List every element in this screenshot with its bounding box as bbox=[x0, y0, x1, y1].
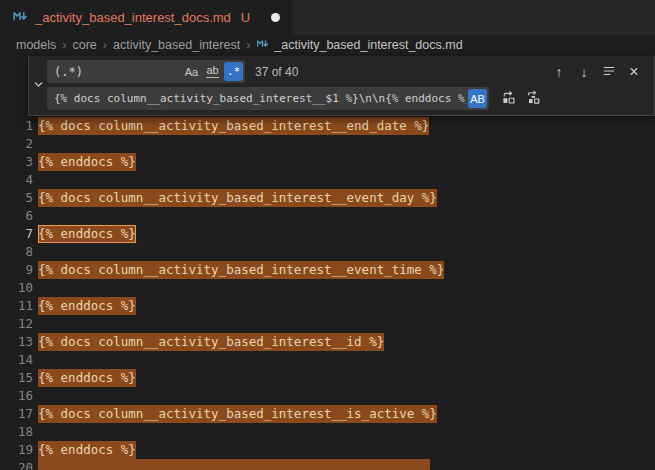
close-find-button[interactable]: × bbox=[623, 61, 645, 83]
selection-lines-icon bbox=[602, 64, 616, 80]
find-in-selection-button[interactable] bbox=[598, 61, 620, 83]
arrow-up-icon: ↑ bbox=[556, 65, 563, 79]
code-line[interactable]: 4 bbox=[0, 171, 655, 189]
code-line[interactable]: 12 bbox=[0, 315, 655, 333]
code-line[interactable]: 11{% enddocs %} bbox=[0, 297, 655, 315]
match-count: 37 of 40 bbox=[255, 65, 298, 79]
next-match-button[interactable]: ↓ bbox=[573, 61, 595, 83]
search-input[interactable]: Aa ab .* bbox=[47, 60, 245, 83]
breadcrumb-item-file[interactable]: _activity_based_interest_docs.md bbox=[256, 37, 462, 53]
line-number: 6 bbox=[0, 207, 33, 225]
find-match: {% docs column__activity_based_interest_… bbox=[38, 117, 429, 135]
markdown-icon bbox=[256, 37, 269, 53]
editor-lines: 1{% docs column__activity_based_interest… bbox=[0, 55, 655, 470]
line-number: 4 bbox=[0, 171, 33, 189]
replace-row: AB bbox=[47, 87, 648, 110]
markdown-icon bbox=[12, 8, 28, 28]
find-match: {% docs column__activity_based_interest_… bbox=[38, 333, 384, 351]
code-line-current[interactable]: 7{% enddocs %} bbox=[0, 225, 655, 243]
code-line[interactable]: 20 bbox=[0, 459, 655, 470]
line-number: 3 bbox=[0, 153, 33, 171]
breadcrumb-filename: _activity_based_interest_docs.md bbox=[274, 38, 462, 52]
line-number: 11 bbox=[0, 297, 33, 315]
code-line[interactable]: 6 bbox=[0, 207, 655, 225]
replace-input[interactable]: AB bbox=[47, 87, 489, 110]
find-match: {% docs column__activity_based_interest_… bbox=[38, 189, 437, 207]
line-number: 5 bbox=[0, 189, 33, 207]
whole-word-toggle[interactable]: ab bbox=[203, 62, 222, 81]
replace-all-icon bbox=[526, 90, 541, 107]
line-number: 1 bbox=[0, 117, 33, 135]
breadcrumb: models › core › activity_based_interest … bbox=[0, 35, 655, 55]
search-field[interactable] bbox=[54, 65, 180, 79]
code-line[interactable]: 14 bbox=[0, 351, 655, 369]
line-number: 2 bbox=[0, 135, 33, 153]
code-line[interactable]: 9{% docs column__activity_based_interest… bbox=[0, 261, 655, 279]
breadcrumb-separator: › bbox=[246, 38, 250, 52]
line-number: 7 bbox=[0, 225, 33, 243]
code-line[interactable]: 5{% docs column__activity_based_interest… bbox=[0, 189, 655, 207]
code-line[interactable]: 8 bbox=[0, 243, 655, 261]
replace-button[interactable] bbox=[497, 88, 519, 110]
breadcrumb-item-models[interactable]: models bbox=[16, 38, 56, 52]
preserve-case-toggle[interactable]: AB bbox=[468, 89, 487, 108]
code-line[interactable]: 17{% docs column__activity_based_interes… bbox=[0, 405, 655, 423]
chevron-down-icon bbox=[33, 76, 44, 94]
git-status-badge: U bbox=[241, 10, 250, 25]
line-number: 12 bbox=[0, 315, 33, 333]
code-line[interactable]: 15{% enddocs %} bbox=[0, 369, 655, 387]
breadcrumb-item-core[interactable]: core bbox=[72, 38, 96, 52]
unsaved-dot-icon[interactable] bbox=[271, 13, 280, 22]
find-match: {% enddocs %} bbox=[38, 441, 136, 459]
code-line[interactable]: 16 bbox=[0, 387, 655, 405]
arrow-down-icon: ↓ bbox=[581, 65, 588, 79]
find-match-current: {% enddocs %} bbox=[38, 225, 136, 243]
tab-bar: _activity_based_interest_docs.md U bbox=[0, 0, 655, 35]
breadcrumb-separator: › bbox=[62, 38, 66, 52]
breadcrumb-separator: › bbox=[103, 38, 107, 52]
editor-pane: 1{% docs column__activity_based_interest… bbox=[0, 55, 655, 470]
line-number: 8 bbox=[0, 243, 33, 261]
find-match: {% enddocs %} bbox=[38, 369, 136, 387]
find-row: Aa ab .* 37 of 40 ↑ ↓ bbox=[47, 60, 648, 83]
code-line[interactable]: 2 bbox=[0, 135, 655, 153]
code-line[interactable]: 19{% enddocs %} bbox=[0, 441, 655, 459]
code-line[interactable]: 3{% enddocs %} bbox=[0, 153, 655, 171]
line-number: 17 bbox=[0, 405, 33, 423]
line-number: 19 bbox=[0, 441, 33, 459]
code-line[interactable]: 1{% docs column__activity_based_interest… bbox=[0, 117, 655, 135]
tab-filename: _activity_based_interest_docs.md bbox=[35, 10, 231, 25]
code-line[interactable]: 13{% docs column__activity_based_interes… bbox=[0, 333, 655, 351]
find-widget: Aa ab .* 37 of 40 ↑ ↓ bbox=[28, 56, 655, 116]
line-number: 14 bbox=[0, 351, 33, 369]
find-match: {% enddocs %} bbox=[38, 153, 136, 171]
line-number: 10 bbox=[0, 279, 33, 297]
replace-all-icon-button[interactable] bbox=[522, 88, 544, 110]
find-match: {% enddocs %} bbox=[38, 297, 136, 315]
find-match: {% docs column__activity_based_interest_… bbox=[38, 261, 444, 279]
line-number: 15 bbox=[0, 369, 33, 387]
breadcrumb-item-activity-based-interest[interactable]: activity_based_interest bbox=[113, 38, 240, 52]
line-number: 16 bbox=[0, 387, 33, 405]
editor-tab[interactable]: _activity_based_interest_docs.md U bbox=[0, 0, 292, 35]
find-match: {% docs column__activity_based_interest_… bbox=[38, 405, 437, 423]
line-number: 18 bbox=[0, 423, 33, 441]
replace-icon bbox=[501, 90, 516, 107]
replace-field[interactable] bbox=[54, 92, 466, 105]
regex-toggle[interactable]: .* bbox=[224, 62, 243, 81]
line-number: 9 bbox=[0, 261, 33, 279]
match-case-toggle[interactable]: Aa bbox=[182, 62, 201, 81]
code-line[interactable]: 18 bbox=[0, 423, 655, 441]
toggle-replace-button[interactable] bbox=[29, 60, 47, 110]
line-number: 20 bbox=[0, 459, 33, 470]
find-match-clipped bbox=[38, 459, 430, 470]
previous-match-button[interactable]: ↑ bbox=[548, 61, 570, 83]
close-icon: × bbox=[629, 64, 638, 80]
line-number: 13 bbox=[0, 333, 33, 351]
code-line[interactable]: 10 bbox=[0, 279, 655, 297]
